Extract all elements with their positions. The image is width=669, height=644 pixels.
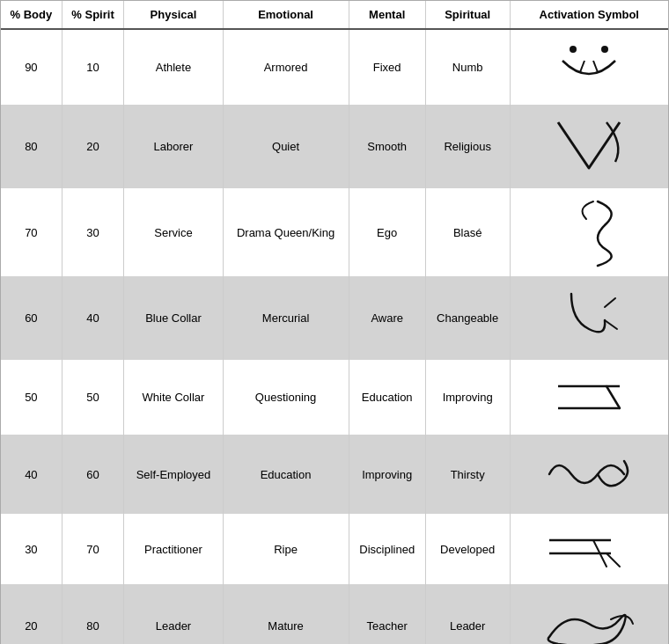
cell-body: 90 [1, 29, 62, 105]
cell-physical: Service [124, 188, 223, 276]
header-emotional: Emotional [223, 1, 349, 29]
cell-spiritual: Numb [425, 29, 510, 105]
table-row: 7030ServiceDrama Queen/KingEgoBlasé [1, 188, 668, 276]
cell-symbol [510, 29, 668, 105]
cell-spirit: 40 [62, 276, 124, 360]
cell-body: 30 [1, 514, 62, 584]
header-mental: Mental [349, 1, 425, 29]
cell-mental: Aware [349, 276, 425, 360]
cell-symbol [510, 105, 668, 188]
cell-spirit: 20 [62, 105, 124, 188]
cell-mental: Disciplined [349, 514, 425, 584]
cell-spirit: 70 [62, 514, 124, 584]
table-row: 4060Self-EmployedEducationImprovingThirs… [1, 435, 668, 514]
cell-body: 20 [1, 584, 62, 644]
header-symbol: Activation Symbol [510, 1, 668, 29]
svg-point-0 [570, 46, 577, 53]
table-row: 6040Blue CollarMercurialAwareChangeable [1, 276, 668, 360]
cell-emotional: Questioning [223, 360, 349, 435]
cell-spirit: 50 [62, 360, 124, 435]
cell-spirit: 10 [62, 29, 124, 105]
header-physical: Physical [124, 1, 223, 29]
cell-body: 80 [1, 105, 62, 188]
table-row: 9010AthleteArmoredFixedNumb [1, 29, 668, 105]
cell-spiritual: Changeable [425, 276, 510, 360]
cell-symbol [510, 435, 668, 514]
svg-point-1 [601, 46, 608, 53]
table-row: 2080LeaderMatureTeacherLeader [1, 584, 668, 644]
cell-physical: Practitioner [124, 514, 223, 584]
cell-mental: Improving [349, 435, 425, 514]
cell-emotional: Mercurial [223, 276, 349, 360]
cell-spirit: 30 [62, 188, 124, 276]
cell-symbol [510, 188, 668, 276]
table-row: 8020LaborerQuietSmoothReligious [1, 105, 668, 188]
cell-emotional: Quiet [223, 105, 349, 188]
cell-mental: Ego [349, 188, 425, 276]
data-table: % Body % Spirit Physical Emotional Menta… [1, 1, 668, 644]
table-row: 5050White CollarQuestioningEducationImpr… [1, 360, 668, 435]
cell-physical: Leader [124, 584, 223, 644]
cell-body: 50 [1, 360, 62, 435]
header-body: % Body [1, 1, 62, 29]
cell-body: 70 [1, 188, 62, 276]
cell-symbol [510, 584, 668, 644]
cell-mental: Fixed [349, 29, 425, 105]
cell-physical: Laborer [124, 105, 223, 188]
cell-spirit: 80 [62, 584, 124, 644]
cell-spirit: 60 [62, 435, 124, 514]
cell-symbol [510, 276, 668, 360]
cell-spiritual: Religious [425, 105, 510, 188]
cell-mental: Education [349, 360, 425, 435]
header-spirit: % Spirit [62, 1, 124, 29]
cell-symbol [510, 360, 668, 435]
cell-physical: White Collar [124, 360, 223, 435]
cell-spiritual: Thirsty [425, 435, 510, 514]
main-table-container: % Body % Spirit Physical Emotional Menta… [0, 0, 669, 644]
cell-spiritual: Developed [425, 514, 510, 584]
header-row: % Body % Spirit Physical Emotional Menta… [1, 1, 668, 29]
cell-emotional: Mature [223, 584, 349, 644]
cell-body: 40 [1, 435, 62, 514]
cell-symbol [510, 514, 668, 584]
cell-physical: Blue Collar [124, 276, 223, 360]
cell-physical: Athlete [124, 29, 223, 105]
cell-emotional: Drama Queen/King [223, 188, 349, 276]
cell-emotional: Education [223, 435, 349, 514]
header-spiritual: Spiritual [425, 1, 510, 29]
table-row: 3070PractitionerRipeDisciplinedDeveloped [1, 514, 668, 584]
cell-spiritual: Leader [425, 584, 510, 644]
cell-mental: Smooth [349, 105, 425, 188]
cell-spiritual: Improving [425, 360, 510, 435]
cell-body: 60 [1, 276, 62, 360]
cell-mental: Teacher [349, 584, 425, 644]
cell-emotional: Ripe [223, 514, 349, 584]
cell-emotional: Armored [223, 29, 349, 105]
cell-physical: Self-Employed [124, 435, 223, 514]
cell-spiritual: Blasé [425, 188, 510, 276]
